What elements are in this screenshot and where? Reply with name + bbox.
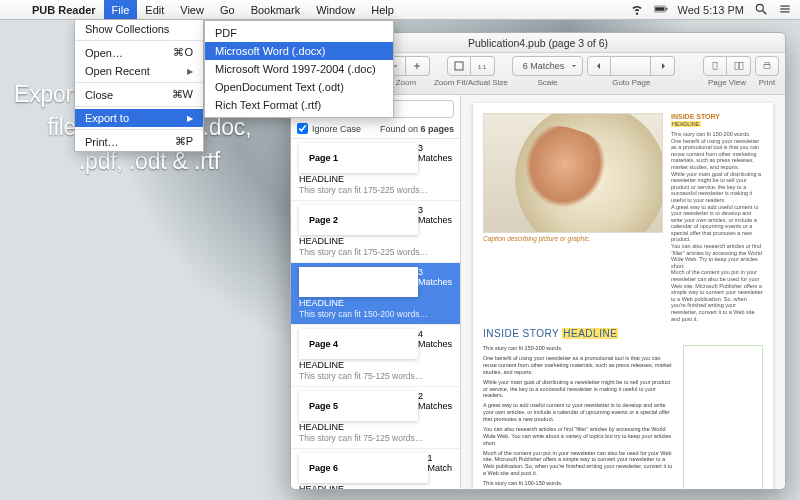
pageview-double-button[interactable] [727, 56, 751, 76]
svg-rect-12 [417, 63, 418, 69]
ignore-case-label: Ignore Case [312, 124, 361, 134]
file-menu-dropdown: Show Collections Open…⌘O Open Recent Clo… [74, 20, 204, 152]
export-docx[interactable]: Microsoft Word (.docx) [205, 42, 393, 60]
zoom-actual-button[interactable]: 1:1 [471, 56, 495, 76]
svg-line-4 [763, 10, 767, 14]
ignore-case-checkbox[interactable] [297, 123, 308, 134]
story-title: INSIDE STORY HEADLINE [483, 328, 763, 339]
svg-rect-18 [764, 65, 770, 69]
menubar-clock[interactable]: Wed 5:13 PM [678, 4, 744, 16]
export-submenu: PDF Microsoft Word (.docx) Microsoft Wor… [204, 20, 394, 118]
menu-help[interactable]: Help [363, 0, 402, 19]
side-box [683, 345, 763, 489]
story-body: This story can fit 150-200 words.One ben… [483, 345, 675, 489]
svg-rect-15 [713, 63, 717, 70]
window-title: Publication4.pub (page 3 of 6) [468, 37, 608, 49]
search-result[interactable]: Page 23 MatchesHEADLINEThis story can fi… [291, 201, 460, 263]
prev-page-button[interactable] [587, 56, 611, 76]
zoom-fit-button[interactable] [447, 56, 471, 76]
search-result[interactable]: Page 44 MatchesHEADLINEThis story can fi… [291, 325, 460, 387]
spotlight-icon[interactable] [754, 2, 768, 18]
menu-bookmark[interactable]: Bookmark [243, 0, 309, 19]
search-result[interactable]: Page 33 MatchesHEADLINEThis story can fi… [291, 263, 460, 325]
scale-popup-button[interactable]: 6 Matches [512, 56, 584, 76]
svg-text:1:1: 1:1 [478, 64, 487, 70]
export-pdf[interactable]: PDF [205, 24, 393, 42]
page-field[interactable] [611, 56, 651, 76]
page-preview[interactable]: Caption describing picture or graphic. I… [461, 95, 785, 489]
file-print[interactable]: Print…⌘P [75, 132, 203, 151]
next-page-button[interactable] [651, 56, 675, 76]
page-canvas: Caption describing picture or graphic. I… [473, 103, 773, 489]
found-count: Found on 6 pages [380, 124, 454, 134]
export-doc[interactable]: Microsoft Word 1997-2004 (.doc) [205, 60, 393, 78]
svg-rect-7 [780, 11, 789, 12]
app-name[interactable]: PUB Reader [24, 4, 104, 16]
photo-caption: Caption describing picture or graphic. [483, 235, 663, 242]
gotopage-label: Goto Page [612, 78, 650, 87]
scale-label: Scale [538, 78, 558, 87]
menu-edit[interactable]: Edit [137, 0, 172, 19]
file-export-to[interactable]: Export to [75, 109, 203, 127]
search-result[interactable]: Page 52 MatchesHEADLINEThis story can fi… [291, 387, 460, 449]
svg-rect-5 [780, 5, 789, 6]
wifi-icon[interactable] [630, 2, 644, 18]
menu-view[interactable]: View [172, 0, 212, 19]
zoom-in-button[interactable] [406, 56, 430, 76]
print-button[interactable] [755, 56, 779, 76]
svg-rect-2 [666, 7, 667, 9]
svg-rect-13 [455, 62, 463, 70]
print-label: Print [759, 78, 775, 87]
menu-file[interactable]: File [104, 0, 138, 19]
menubar: PUB Reader File Edit View Go Bookmark Wi… [0, 0, 800, 20]
file-open-recent[interactable]: Open Recent [75, 62, 203, 80]
svg-point-3 [756, 4, 763, 11]
file-close[interactable]: Close⌘W [75, 85, 203, 104]
search-result[interactable]: Page 61 MatchHEADLINEThis story can fit … [291, 449, 460, 489]
page-photo [483, 113, 663, 233]
battery-icon[interactable] [654, 2, 668, 18]
menu-window[interactable]: Window [308, 0, 363, 19]
file-open[interactable]: Open…⌘O [75, 43, 203, 62]
export-odt[interactable]: OpenDocument Text (.odt) [205, 78, 393, 96]
menu-go[interactable]: Go [212, 0, 243, 19]
pageview-label: Page View [708, 78, 746, 87]
pageview-single-button[interactable] [703, 56, 727, 76]
side-story: INSIDE STORY HEADLINE This story can fit… [671, 113, 763, 322]
svg-rect-16 [735, 63, 739, 70]
zoom-label: Zoom [396, 78, 416, 87]
export-rtf[interactable]: Rich Text Format (.rtf) [205, 96, 393, 114]
file-show-collections[interactable]: Show Collections [75, 20, 203, 38]
menubar-extra-icon[interactable] [778, 2, 792, 18]
svg-rect-6 [780, 8, 789, 9]
search-sidebar: Ignore Case Found on 6 pages Page 13 Mat… [291, 95, 461, 489]
svg-rect-19 [765, 63, 769, 65]
search-result[interactable]: Page 13 MatchesHEADLINEThis story can fi… [291, 139, 460, 201]
fit-label: Zoom Fit/Actual Size [434, 78, 508, 87]
svg-rect-17 [739, 63, 743, 70]
svg-rect-1 [655, 7, 664, 11]
